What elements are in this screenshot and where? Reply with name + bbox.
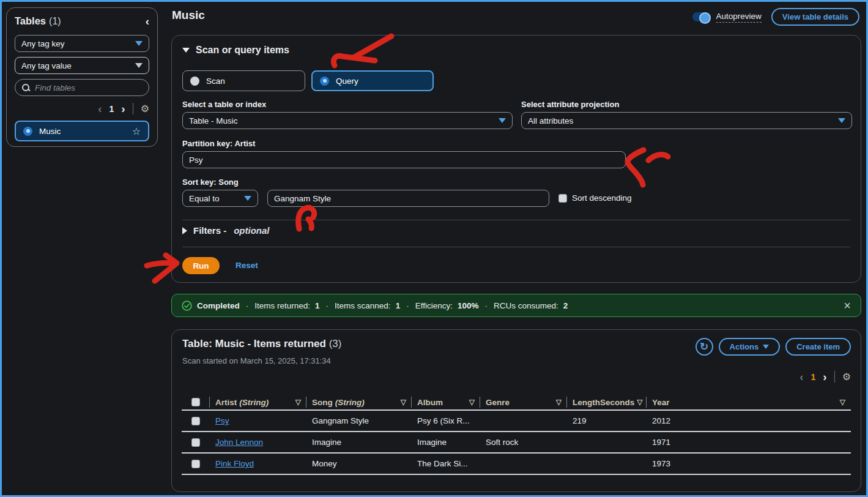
- column-header-genre[interactable]: Genre ▽: [480, 394, 567, 411]
- banner-metric-value: 100%: [458, 301, 479, 310]
- column-label: LengthSeconds: [573, 398, 634, 407]
- divider: [834, 371, 835, 383]
- row-checkbox[interactable]: [191, 417, 200, 425]
- banner-metric-value: 2: [563, 301, 568, 310]
- banner-metric-value: 1: [315, 301, 320, 310]
- sidebar-item-music[interactable]: Music ☆: [15, 121, 149, 141]
- table-index-label: Select a table or index: [182, 100, 266, 109]
- song-cell: Money: [306, 459, 412, 468]
- reset-link[interactable]: Reset: [236, 261, 258, 270]
- sort-icon[interactable]: ▽: [469, 398, 475, 406]
- row-checkbox[interactable]: [191, 460, 200, 468]
- scan-query-panel: Scan or query items Scan Query Select a …: [171, 35, 861, 283]
- view-table-details-label: View table details: [782, 12, 848, 21]
- column-label: Year: [652, 398, 670, 407]
- row-checkbox[interactable]: [191, 438, 200, 447]
- actions-label: Actions: [730, 342, 759, 351]
- column-label: Song: [312, 398, 333, 407]
- year-cell: 1973: [647, 459, 851, 468]
- caret-down-icon: [499, 118, 506, 123]
- success-check-icon: [182, 301, 192, 311]
- sidebar-next-page-icon[interactable]: ›: [121, 103, 125, 114]
- column-header-lengthseconds[interactable]: LengthSeconds ▽: [567, 394, 647, 411]
- artist-link[interactable]: Psy: [215, 416, 229, 425]
- results-prev-page-icon[interactable]: ‹: [799, 371, 803, 383]
- sidebar-table-count: (1): [49, 16, 61, 27]
- column-type: (String): [239, 398, 269, 407]
- sidebar-title: Tables: [15, 15, 46, 27]
- divider: [133, 103, 133, 114]
- sort-icon[interactable]: ▽: [637, 398, 642, 406]
- sidebar-collapse-icon[interactable]: ‹: [146, 15, 149, 27]
- sort-icon[interactable]: ▽: [840, 398, 845, 406]
- sidebar-prev-page-icon[interactable]: ‹: [98, 103, 102, 114]
- sort-descending-checkbox[interactable]: [558, 194, 567, 203]
- sort-key-label: Sort key: Song: [182, 177, 239, 187]
- results-gear-icon[interactable]: ⚙: [842, 372, 851, 382]
- artist-link[interactable]: John Lennon: [215, 438, 263, 447]
- scan-mode-label: Scan: [206, 77, 225, 86]
- table-row: John Lennon Imagine Imagine Soft rock 19…: [182, 432, 851, 454]
- tag-key-select[interactable]: Any tag key: [15, 35, 149, 52]
- sort-key-input[interactable]: [267, 190, 549, 207]
- table-name: Music: [39, 127, 61, 136]
- run-button[interactable]: Run: [182, 257, 220, 274]
- search-icon: [21, 83, 30, 92]
- separator: ·: [246, 301, 249, 310]
- toggle-on-icon[interactable]: [692, 12, 711, 21]
- results-page-number[interactable]: 1: [811, 372, 816, 382]
- radio-selected-icon: [320, 77, 329, 86]
- create-item-button[interactable]: Create item: [785, 338, 851, 356]
- sort-condition-select[interactable]: Equal to: [182, 190, 258, 207]
- table-row: Pink Floyd Money The Dark Si... 1973: [182, 454, 851, 475]
- autopreview-toggle[interactable]: Autopreview: [692, 12, 762, 23]
- sort-icon[interactable]: ▽: [401, 398, 406, 406]
- artist-link[interactable]: Pink Floyd: [215, 459, 254, 468]
- radio-unselected-icon: [190, 77, 199, 86]
- refresh-button[interactable]: ↻: [696, 338, 713, 356]
- caret-down-icon: [135, 63, 143, 68]
- results-panel: Table: Music - Items returned (3) Scan s…: [171, 329, 861, 492]
- divider: [182, 220, 850, 220]
- create-item-label: Create item: [796, 342, 840, 351]
- filters-optional-label: optional: [234, 225, 269, 236]
- find-tables-search[interactable]: [15, 79, 149, 96]
- star-icon[interactable]: ☆: [132, 125, 141, 137]
- song-cell: Gangnam Style: [306, 416, 412, 425]
- scan-mode-tile[interactable]: Scan: [182, 70, 305, 91]
- partition-key-input[interactable]: [182, 151, 626, 168]
- column-header-artist[interactable]: Artist (String) ▽: [210, 394, 306, 411]
- query-status-banner: Completed · Items returned: 1 · Items sc…: [171, 294, 861, 317]
- actions-button[interactable]: Actions: [719, 338, 781, 356]
- sidebar-page-number[interactable]: 1: [109, 104, 114, 114]
- caret-down-icon: [135, 41, 143, 46]
- tag-key-select-value: Any tag key: [21, 39, 65, 48]
- caret-down-icon: [244, 196, 251, 201]
- caret-down-icon: [182, 48, 190, 53]
- album-cell: Psy 6 (Six R...: [412, 416, 480, 425]
- sort-icon[interactable]: ▽: [556, 398, 562, 406]
- query-mode-tile[interactable]: Query: [311, 70, 434, 91]
- column-header-album[interactable]: Album ▽: [412, 394, 480, 411]
- separator: ·: [326, 301, 329, 310]
- view-table-details-button[interactable]: View table details: [771, 8, 859, 26]
- projection-select[interactable]: All attributes: [521, 112, 852, 129]
- column-header-year[interactable]: Year ▽: [647, 394, 851, 411]
- table-index-select[interactable]: Table - Music: [182, 112, 513, 129]
- tag-value-select-value: Any tag value: [21, 61, 72, 70]
- column-header-song[interactable]: Song (String) ▽: [306, 394, 412, 411]
- sort-icon[interactable]: ▽: [295, 398, 301, 406]
- filters-expander[interactable]: Filters - optional: [182, 225, 270, 236]
- close-icon[interactable]: ×: [844, 299, 851, 312]
- song-cell: Imagine: [306, 438, 412, 447]
- column-label: Artist: [215, 398, 237, 407]
- projection-label: Select attribute projection: [521, 100, 619, 109]
- select-all-checkbox[interactable]: [191, 398, 200, 406]
- find-tables-input[interactable]: [35, 83, 121, 92]
- sidebar-gear-icon[interactable]: ⚙: [141, 104, 149, 114]
- tag-value-select[interactable]: Any tag value: [15, 57, 149, 74]
- year-cell: 2012: [647, 416, 851, 425]
- results-title-text: Table: Music - Items returned: [182, 338, 326, 349]
- results-next-page-icon[interactable]: ›: [823, 371, 826, 383]
- scan-query-expander[interactable]: Scan or query items: [182, 45, 289, 56]
